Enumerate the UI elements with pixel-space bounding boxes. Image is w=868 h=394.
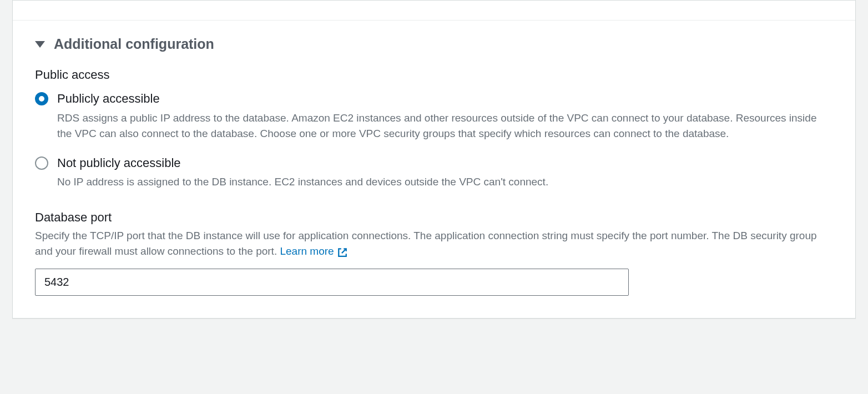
radio-content: Publicly accessible RDS assigns a public… bbox=[57, 91, 833, 142]
panel-body: Additional configuration Public access P… bbox=[13, 21, 855, 318]
caret-down-icon bbox=[35, 41, 45, 48]
radio-title: Not publicly accessible bbox=[57, 155, 833, 171]
radio-indicator-unselected bbox=[35, 156, 48, 170]
section-title: Additional configuration bbox=[54, 36, 214, 52]
database-port-input[interactable] bbox=[35, 269, 629, 296]
radio-desc: No IP address is assigned to the DB inst… bbox=[57, 174, 833, 190]
panel-top-divider bbox=[13, 1, 855, 21]
database-port-section: Database port Specify the TCP/IP port th… bbox=[35, 210, 833, 296]
database-port-desc: Specify the TCP/IP port that the DB inst… bbox=[35, 228, 833, 260]
config-panel: Additional configuration Public access P… bbox=[12, 0, 856, 319]
radio-title: Publicly accessible bbox=[57, 91, 833, 107]
radio-publicly-accessible[interactable]: Publicly accessible RDS assigns a public… bbox=[35, 91, 833, 142]
radio-desc: RDS assigns a public IP address to the d… bbox=[57, 110, 833, 142]
public-access-radio-group: Publicly accessible RDS assigns a public… bbox=[35, 91, 833, 190]
additional-configuration-toggle[interactable]: Additional configuration bbox=[35, 36, 833, 52]
learn-more-link[interactable]: Learn more bbox=[280, 244, 347, 260]
external-link-icon bbox=[337, 246, 347, 256]
radio-not-publicly-accessible[interactable]: Not publicly accessible No IP address is… bbox=[35, 155, 833, 190]
database-port-label: Database port bbox=[35, 210, 833, 225]
radio-content: Not publicly accessible No IP address is… bbox=[57, 155, 833, 190]
public-access-label: Public access bbox=[35, 68, 833, 82]
database-port-desc-text: Specify the TCP/IP port that the DB inst… bbox=[35, 230, 817, 257]
radio-indicator-selected bbox=[35, 92, 48, 105]
learn-more-text: Learn more bbox=[280, 244, 334, 260]
